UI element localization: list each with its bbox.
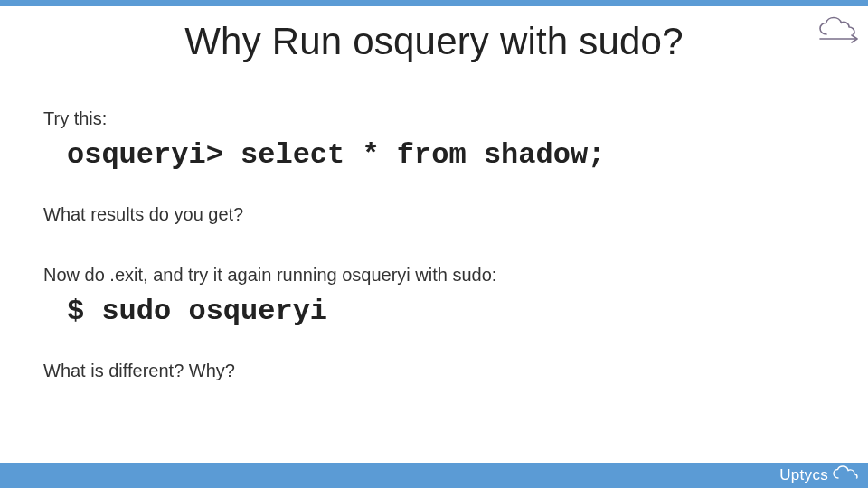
brand-label: Uptycs (779, 466, 828, 484)
paragraph-try-this: Try this: (43, 108, 825, 129)
code-block-sudo-osqueryi: $ sudo osqueryi (67, 295, 825, 328)
code-block-select-shadow: osqueryi> select * from shadow; (67, 138, 825, 172)
slide-body: Try this: osqueryi> select * from shadow… (43, 108, 825, 389)
paragraph-what-is-different: What is different? Why? (43, 361, 825, 381)
paragraph-what-results: What results do you get? (43, 204, 825, 225)
slide-title: Why Run osquery with sudo? (0, 20, 868, 63)
paragraph-now-do-exit: Now do .exit, and try it again running o… (43, 265, 825, 286)
cloud-icon (832, 465, 859, 485)
bottom-brand-bar: Uptycs (0, 463, 868, 488)
top-accent-bar (0, 0, 868, 6)
